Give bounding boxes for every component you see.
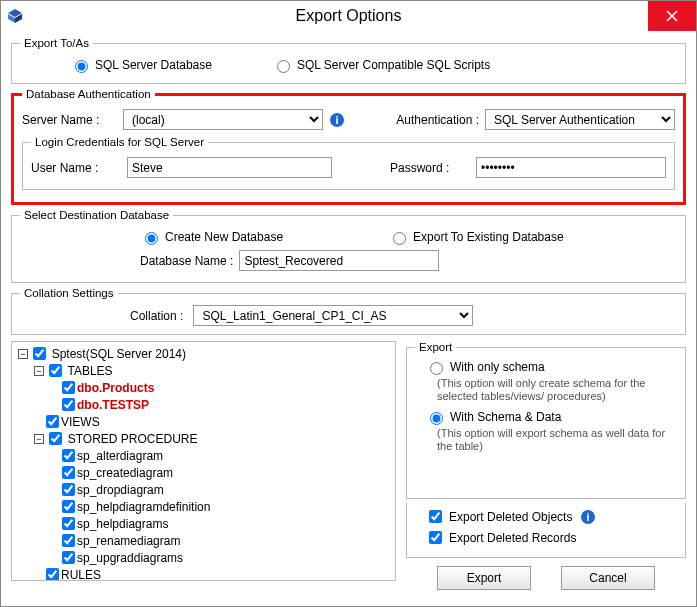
radio-sql-scripts[interactable]: SQL Server Compatible SQL Scripts [272,57,490,73]
password-input[interactable] [476,157,666,178]
server-name-select[interactable]: (local) [123,109,323,130]
checkbox-export-deleted-objects[interactable] [429,510,442,523]
svg-text:i: i [335,114,338,126]
collation-settings-legend: Collation Settings [20,287,118,299]
tree-item-label: sp_dropdiagram [77,483,164,497]
radio-export-existing-db-input[interactable] [393,232,406,245]
schema-data-hint: (This option will export schema as well … [437,427,677,453]
radio-create-new-db-input[interactable] [145,232,158,245]
tree-item-label: dbo.Products [77,381,154,395]
close-button[interactable] [648,1,696,31]
svg-text:i: i [587,511,590,523]
radio-sql-server-db[interactable]: SQL Server Database [70,57,212,73]
tree-toggle-tables[interactable]: − [34,366,44,376]
tree-tables-label: TABLES [67,364,112,378]
tree-check-root[interactable] [33,347,46,360]
export-to-as-group: Export To/As SQL Server Database SQL Ser… [11,37,686,84]
tree-stored-label: STORED PROCEDURE [68,432,198,446]
radio-create-new-db[interactable]: Create New Database [140,229,283,245]
tree-check-stored[interactable] [49,432,62,445]
tree-item-label: sp_upgraddiagrams [77,551,183,565]
radio-with-schema-data-input[interactable] [430,412,443,425]
radio-with-only-schema[interactable]: With only schema [425,359,677,375]
tree-rules-label: RULES [61,568,101,581]
tree-check-views[interactable] [46,415,59,428]
window-title: Export Options [296,7,402,25]
radio-with-only-schema-label: With only schema [450,360,545,374]
tree-check-item[interactable] [62,534,75,547]
login-credentials-group: Login Credentials for SQL Server User Na… [22,136,675,190]
tree-check-item[interactable] [62,449,75,462]
database-name-input[interactable] [239,250,439,271]
authentication-select[interactable]: SQL Server Authentication [485,109,675,130]
tree-check-rules[interactable] [46,568,59,581]
schema-only-hint: (This option will only create schema for… [437,377,677,403]
tree-check-item[interactable] [62,381,75,394]
close-icon [666,10,678,22]
radio-sql-server-db-input[interactable] [75,60,88,73]
radio-with-schema-data[interactable]: With Schema & Data [425,409,677,425]
collation-settings-group: Collation Settings Collation : SQL_Latin… [11,287,686,335]
tree-root-label: Sptest(SQL Server 2014) [52,347,186,361]
collation-label: Collation : [130,309,183,323]
export-deleted-objects-label: Export Deleted Objects [449,510,572,524]
password-label: Password : [390,161,470,175]
tree-item-label: sp_alterdiagram [77,449,163,463]
export-options-legend: Export [415,341,456,353]
cancel-button[interactable]: Cancel [561,566,655,590]
export-options-group: Export With only schema (This option wil… [406,341,686,499]
tree-item-label: sp_helpdiagrams [77,517,168,531]
destination-database-legend: Select Destination Database [20,209,173,221]
radio-create-new-db-label: Create New Database [165,230,283,244]
object-tree[interactable]: − Sptest(SQL Server 2014) − TABLES dbo.P… [11,341,396,581]
tree-check-tables[interactable] [49,364,62,377]
tree-views-label: VIEWS [61,415,100,429]
tree-item-label: sp_creatediagram [77,466,173,480]
tree-toggle-root[interactable]: − [18,349,28,359]
radio-sql-server-db-label: SQL Server Database [95,58,212,72]
export-deleted-records-label: Export Deleted Records [449,531,576,545]
username-input[interactable] [127,157,332,178]
radio-export-existing-db-label: Export To Existing Database [413,230,564,244]
export-button[interactable]: Export [437,566,531,590]
info-icon[interactable]: i [329,112,345,128]
tree-check-item[interactable] [62,517,75,530]
radio-sql-scripts-input[interactable] [277,60,290,73]
database-authentication-group: Database Authentication Server Name : (l… [11,88,686,205]
tree-check-item[interactable] [62,398,75,411]
app-icon [7,8,23,24]
tree-toggle-stored[interactable]: − [34,434,44,444]
database-authentication-legend: Database Authentication [22,88,155,100]
database-name-label: Database Name : [140,254,233,268]
radio-sql-scripts-label: SQL Server Compatible SQL Scripts [297,58,490,72]
titlebar: Export Options [1,1,696,31]
tree-item-label: sp_helpdiagramdefinition [77,500,210,514]
radio-with-only-schema-input[interactable] [430,362,443,375]
export-options-window: Export Options Export To/As SQL Server D… [0,0,697,607]
radio-with-schema-data-label: With Schema & Data [450,410,561,424]
destination-database-group: Select Destination Database Create New D… [11,209,686,283]
checkbox-export-deleted-records[interactable] [429,531,442,544]
username-label: User Name : [31,161,121,175]
export-deleted-group: Export Deleted Objects i Export Deleted … [406,503,686,558]
radio-export-existing-db[interactable]: Export To Existing Database [388,229,564,245]
login-credentials-legend: Login Credentials for SQL Server [31,136,208,148]
tree-check-item[interactable] [62,551,75,564]
tree-check-item[interactable] [62,500,75,513]
authentication-label: Authentication : [396,113,479,127]
info-icon[interactable]: i [580,509,596,525]
tree-item-label: sp_renamediagram [77,534,180,548]
tree-item-label: dbo.TESTSP [77,398,149,412]
collation-select[interactable]: SQL_Latin1_General_CP1_CI_AS [193,305,473,326]
export-to-as-legend: Export To/As [20,37,93,49]
tree-check-item[interactable] [62,466,75,479]
server-name-label: Server Name : [22,113,117,127]
tree-check-item[interactable] [62,483,75,496]
